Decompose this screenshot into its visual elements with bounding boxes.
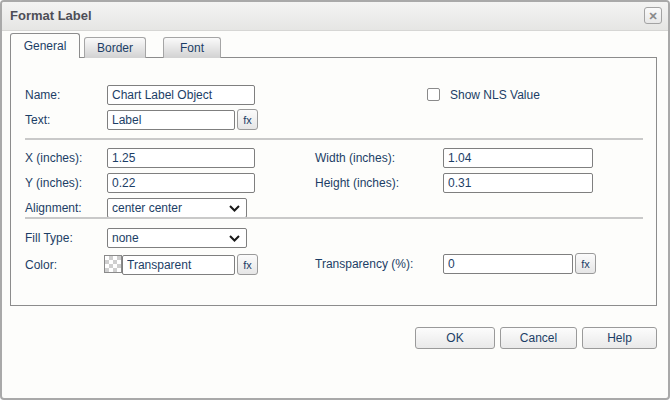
dialog-titlebar: Format Label ✕ <box>2 2 668 31</box>
text-fx-button[interactable]: fx <box>237 109 258 130</box>
show-nls-checkbox[interactable] <box>427 88 440 101</box>
fill-type-label: Fill Type: <box>25 228 73 248</box>
tab-font-label: Font <box>180 41 204 55</box>
name-label: Name: <box>25 85 60 105</box>
tab-border[interactable]: Border <box>84 37 146 58</box>
x-label: X (inches): <box>25 148 82 168</box>
tab-font[interactable]: Font <box>163 37 221 58</box>
show-nls-label: Show NLS Value <box>450 85 540 105</box>
color-input[interactable] <box>122 255 235 275</box>
ok-button[interactable]: OK <box>415 327 495 349</box>
general-tab-panel: Name: Text: fx Show NLS Value X (inches)… <box>10 57 657 306</box>
separator <box>25 138 643 140</box>
text-input[interactable] <box>107 110 235 130</box>
tab-general-label: General <box>24 39 67 53</box>
tab-strip: General Border Font <box>10 33 225 58</box>
color-swatch[interactable] <box>104 255 122 273</box>
transparency-label: Transparency (%): <box>315 254 413 274</box>
alignment-select[interactable]: center center <box>107 198 247 218</box>
y-input[interactable] <box>107 173 255 193</box>
close-button[interactable]: ✕ <box>644 7 662 24</box>
transparency-input[interactable] <box>443 254 573 274</box>
transparency-fx-button[interactable]: fx <box>575 253 596 274</box>
dialog-title: Format Label <box>10 2 92 30</box>
name-input[interactable] <box>107 85 255 105</box>
y-label: Y (inches): <box>25 173 82 193</box>
close-icon: ✕ <box>648 10 657 22</box>
text-label: Text: <box>25 110 50 130</box>
chevron-down-icon <box>229 205 240 212</box>
color-fx-button[interactable]: fx <box>237 254 258 275</box>
fill-type-select[interactable]: none <box>107 228 247 248</box>
alignment-label: Alignment: <box>25 198 82 218</box>
cancel-button[interactable]: Cancel <box>500 327 577 349</box>
help-button[interactable]: Help <box>582 327 657 349</box>
tab-general[interactable]: General <box>10 33 80 58</box>
chevron-down-icon <box>229 235 240 242</box>
fill-type-value: none <box>112 231 139 245</box>
height-input[interactable] <box>443 173 593 193</box>
alignment-value: center center <box>112 201 182 215</box>
tab-border-label: Border <box>97 41 133 55</box>
format-label-dialog: Format Label ✕ General Border Font Name:… <box>0 0 670 400</box>
height-label: Height (inches): <box>315 173 399 193</box>
width-label: Width (inches): <box>315 148 395 168</box>
x-input[interactable] <box>107 148 255 168</box>
width-input[interactable] <box>443 148 593 168</box>
separator <box>25 217 643 219</box>
color-label: Color: <box>25 255 57 275</box>
